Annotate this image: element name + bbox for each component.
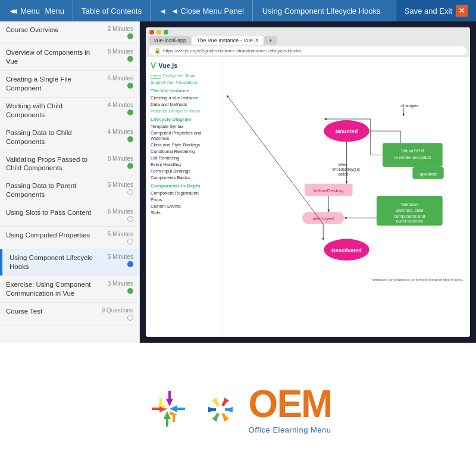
sidebar-nav-events[interactable]: Event Handling xyxy=(151,161,218,168)
close-panel-button[interactable]: ◄ ◄ Close Menu Panel xyxy=(151,0,253,21)
sidebar-item-meta: 8 Minutes xyxy=(102,155,133,169)
svg-text:beforeDestroy: beforeDestroy xyxy=(314,188,344,193)
svg-text:Mounted: Mounted xyxy=(336,129,358,134)
svg-rect-40 xyxy=(225,408,231,411)
sidebar-item-computed[interactable]: Using Computed Properties 5 Minutes xyxy=(0,227,139,249)
nav-team[interactable]: Team xyxy=(185,74,195,79)
sidebar-nav-registration[interactable]: Component Registration xyxy=(151,190,218,196)
sidebar-nav-class[interactable]: Class and Style Bindings xyxy=(151,142,218,148)
address-icon: 🔒 xyxy=(154,48,161,54)
toc-button[interactable]: Table of Contents xyxy=(73,0,150,21)
browser-content: V Vue.js Learn Ecosystem Team Support Vu… xyxy=(146,57,470,337)
svg-rect-42 xyxy=(221,413,227,420)
sidebar-nav-components[interactable]: Components Basics xyxy=(151,174,218,181)
browser-expand-dot xyxy=(164,30,168,35)
sidebar-nav-list[interactable]: List Rendering xyxy=(151,155,218,161)
status-dot-gray xyxy=(127,315,133,321)
sidebar-item-label: Passing Data to Child Components xyxy=(6,129,102,146)
sidebar-item-label: Course Overview xyxy=(6,26,102,35)
branding-area: OEM Office Elearning Menu xyxy=(0,343,476,476)
svg-text:destroyed: destroyed xyxy=(313,216,334,221)
sidebar-item-overview-components[interactable]: Overview of Components in Vue 8 Minutes xyxy=(0,44,139,71)
sidebar-item-label: Validating Props Passed to Child Compone… xyxy=(6,155,102,173)
sidebar-item-meta: 9 Questions xyxy=(102,307,133,321)
sidebar-item-meta: 6 Minutes xyxy=(102,208,133,222)
status-dot-green xyxy=(127,83,133,89)
sidebar-item-meta: 3 Minutes xyxy=(102,280,133,294)
sidebar-nav-conditional[interactable]: Conditional Rendering xyxy=(151,148,218,155)
browser-dots xyxy=(149,30,466,35)
sidebar-item-validating-props[interactable]: Validating Props Passed to Child Compone… xyxy=(0,151,139,178)
svg-rect-50 xyxy=(221,399,227,406)
sidebar-item-label: Using Slots to Pass Content xyxy=(6,208,102,217)
sidebar-nav-lifecycle[interactable]: Instance Lifecycle Hooks xyxy=(151,108,218,114)
oem-logo-arrows xyxy=(198,387,243,432)
close-panel-label: ◄ Close Menu Panel xyxy=(171,7,244,15)
sidebar-nav-data[interactable]: Data and Methods xyxy=(151,101,218,108)
menu-label: ◄ Menu xyxy=(11,7,40,15)
sidebar-item-meta: 5 Minutes xyxy=(102,253,133,267)
browser-tab-2[interactable]: The Vue Instance - Vue.js xyxy=(192,36,263,45)
svg-marker-38 xyxy=(166,391,173,406)
save-exit-button[interactable]: Save and Exit ✕ xyxy=(396,0,476,21)
sidebar-nav-template[interactable]: Template Syntax xyxy=(151,123,218,130)
svg-rect-46 xyxy=(209,408,215,411)
status-dot-green xyxy=(127,109,133,115)
sidebar-item-passing-data-child[interactable]: Passing Data to Child Components 4 Minut… xyxy=(0,124,139,151)
status-dot-green xyxy=(127,288,133,294)
sidebar-nav-computed[interactable]: Computed Properties and Watchers xyxy=(151,130,218,142)
sidebar-item-label: Exercise: Using Component Communication … xyxy=(6,280,102,298)
close-x-button[interactable]: ✕ xyxy=(456,5,468,17)
vue-logo-text: Vue.js xyxy=(158,62,177,69)
status-dot-gray xyxy=(127,239,133,245)
sidebar-item-label: Passing Data to Parent Components xyxy=(6,181,102,199)
nav-support[interactable]: Support Vue xyxy=(151,80,174,84)
sidebar-item-label: Course Test xyxy=(6,307,102,316)
sidebar-nav-props[interactable]: Props xyxy=(151,196,218,203)
oem-text: OEM Office Elearning Menu xyxy=(249,385,332,434)
sidebar-item-meta: 2 Minutes xyxy=(102,26,133,39)
svg-line-22 xyxy=(227,95,323,224)
svg-text:components and: components and xyxy=(394,214,425,219)
sidebar-item-meta: 5 Minutes xyxy=(102,231,133,245)
changes-label: changes xyxy=(400,103,418,108)
status-dot-green xyxy=(127,33,133,39)
sidebar-item-creating-single[interactable]: Creating a Single File Component 5 Minut… xyxy=(0,71,139,98)
sidebar-item-label: Working with Child Components xyxy=(6,102,102,120)
svg-marker-33 xyxy=(170,405,185,412)
svg-line-20 xyxy=(227,95,377,212)
svg-marker-34 xyxy=(170,411,177,422)
nav-translations[interactable]: Translations xyxy=(176,80,198,84)
sidebar-item-course-overview[interactable]: Course Overview 2 Minutes xyxy=(0,21,139,44)
sidebar-section-instance: The Vue Instance xyxy=(151,88,218,93)
menu-button[interactable]: ◄ ◄ Menu Menu xyxy=(0,0,73,21)
sidebar-nav-slots[interactable]: Slots xyxy=(151,209,218,216)
browser-tab-new[interactable]: + xyxy=(264,36,277,45)
status-dot-active xyxy=(127,261,133,267)
address-text: https://vuejs.org/v2/guide/instance.html… xyxy=(163,48,301,54)
sidebar-item-exercise[interactable]: Exercise: Using Component Communication … xyxy=(0,276,139,303)
sidebar-item-course-test[interactable]: Course Test 9 Questions xyxy=(0,303,139,325)
browser-address-bar[interactable]: 🔒 https://vuejs.org/v2/guide/instance.ht… xyxy=(149,46,466,55)
sidebar-item-using-slots[interactable]: Using Slots to Pass Content 6 Minutes xyxy=(0,204,139,227)
svg-rect-48 xyxy=(214,399,220,406)
sidebar-nav-form[interactable]: Form Input Bindings xyxy=(151,168,218,174)
vue-v-icon: V xyxy=(151,61,156,70)
status-dot-green xyxy=(127,136,133,142)
status-dot-green xyxy=(127,163,133,169)
nav-ecosystem[interactable]: Ecosystem xyxy=(163,74,183,79)
status-dot-gray xyxy=(127,189,133,195)
oem-logo: OEM Office Elearning Menu xyxy=(145,385,332,434)
sidebar-item-meta: 4 Minutes xyxy=(102,102,133,115)
svg-rect-44 xyxy=(214,413,220,420)
svg-text:when: when xyxy=(337,162,347,167)
vue-logo: V Vue.js xyxy=(151,61,218,70)
sidebar-nav-creating[interactable]: Creating a Vue Instance xyxy=(151,95,218,101)
sidebar-item-lifecycle[interactable]: Using Component Lifecycle Hooks 5 Minute… xyxy=(0,249,139,276)
nav-learn[interactable]: Learn xyxy=(151,74,161,79)
browser-tab-1[interactable]: vue-local-app xyxy=(149,36,191,45)
sidebar-item-meta: 8 Minutes xyxy=(102,48,133,62)
sidebar-item-passing-parent[interactable]: Passing Data to Parent Components 5 Minu… xyxy=(0,177,139,204)
sidebar-nav-custom-events[interactable]: Custom Events xyxy=(151,203,218,209)
sidebar-item-working-child[interactable]: Working with Child Components 4 Minutes xyxy=(0,98,139,124)
